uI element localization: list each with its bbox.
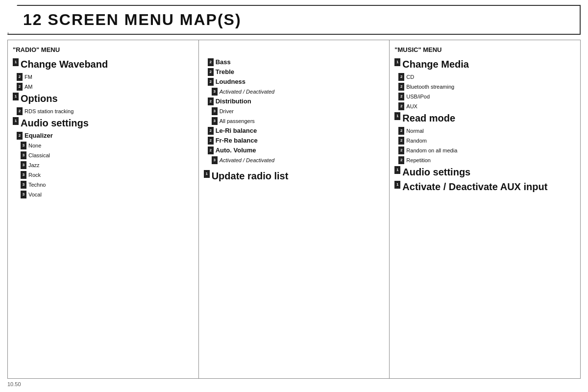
item-label: Techno: [28, 181, 46, 189]
level-badge: 2: [398, 147, 404, 154]
level-badge: 1: [394, 181, 400, 189]
menu-item: 1 Change Media: [394, 58, 575, 70]
level-badge: 2: [398, 156, 404, 164]
item-label: Activated / Deactivated: [220, 88, 275, 96]
menu-item: 2 AUX: [394, 102, 575, 110]
audio-header: [204, 46, 385, 53]
item-label: Classical: [28, 151, 50, 159]
radio-column: "RADIO" MENU 1 Change Waveband 2 FM 2 AM…: [8, 40, 199, 378]
item-label: FM: [24, 73, 32, 81]
item-label: AM: [24, 83, 33, 91]
page-footer: 10.50: [7, 379, 581, 387]
menu-item: 2 Random on all media: [394, 147, 575, 154]
level-badge: 2: [208, 137, 214, 145]
menu-item: 3 Rock: [13, 171, 194, 179]
level-badge: 3: [21, 171, 26, 179]
item-label: Le-Ri balance: [216, 127, 257, 135]
menu-item: 3 Vocal: [13, 191, 194, 198]
item-label: All passengers: [220, 117, 255, 125]
page-wrapper: 12 SCREEN MENU MAP(S) "RADIO" MENU 1 Cha…: [0, 0, 588, 392]
item-label: Rock: [28, 171, 41, 179]
menu-item: 2 Random: [394, 137, 575, 145]
item-label: Loudness: [216, 78, 245, 86]
item-label: Driver: [220, 107, 234, 115]
item-label: Change Waveband: [21, 58, 108, 70]
menu-item: 2 CD: [394, 73, 575, 81]
menu-item: 3 Activated / Deactivated: [204, 88, 385, 96]
item-label: Bass: [216, 58, 231, 66]
level-badge: 2: [398, 102, 404, 110]
item-label: Fr-Re balance: [216, 137, 258, 145]
menu-item: 1 Update radio list: [204, 170, 385, 182]
level-badge: 3: [21, 151, 26, 159]
level-badge: 2: [208, 78, 214, 86]
menu-item: 2 Repetition: [394, 156, 575, 164]
item-label: Change Media: [402, 58, 469, 70]
level-badge: 3: [212, 88, 218, 96]
level-badge: 3: [21, 181, 26, 189]
level-badge: 1: [13, 58, 19, 66]
item-label: CD: [406, 73, 414, 81]
item-label: Normal: [406, 127, 423, 135]
music-column: "MUSIC" MENU 1 Change Media 2 CD 2 Bluet…: [390, 40, 580, 378]
menu-item: 3 Jazz: [13, 161, 194, 169]
level-badge: 2: [17, 107, 23, 115]
menu-item: 3 Techno: [13, 181, 194, 189]
menu-item: 2 RDS station tracking: [13, 107, 194, 115]
level-badge: 2: [17, 83, 23, 91]
item-label: AUX: [406, 102, 417, 110]
menu-item: 2 Distribution: [204, 98, 385, 105]
level-badge: 2: [208, 58, 214, 66]
item-label: Audio settings: [21, 117, 89, 129]
menu-item: 2 FM: [13, 73, 194, 81]
menu-item: 1 Activate / Deactivate AUX input: [394, 181, 575, 193]
item-label: Distribution: [216, 98, 251, 105]
radio-header: "RADIO" MENU: [13, 46, 194, 53]
item-label: Treble: [216, 68, 234, 76]
level-badge: 1: [394, 112, 400, 120]
item-label: RDS station tracking: [24, 107, 74, 115]
item-label: Activate / Deactivate AUX input: [402, 181, 547, 193]
music-header: "MUSIC" MENU: [394, 46, 575, 53]
title-banner: 12 SCREEN MENU MAP(S): [7, 5, 581, 35]
level-badge: 2: [208, 68, 214, 76]
item-label: Auto. Volume: [216, 147, 256, 154]
item-label: None: [28, 142, 41, 149]
level-badge: 1: [394, 166, 400, 174]
level-badge: 3: [21, 161, 26, 169]
menu-item: 2 USB/iPod: [394, 93, 575, 100]
menu-item: 1 Audio settings: [394, 166, 575, 178]
menu-item: 3 Activated / Deactivated: [204, 156, 385, 164]
level-badge: 2: [398, 137, 404, 145]
item-label: Activated / Deactivated: [220, 156, 275, 164]
page-title: 12 SCREEN MENU MAP(S): [23, 11, 570, 29]
menu-item: 2 Normal: [394, 127, 575, 135]
item-label: Read mode: [402, 112, 455, 124]
item-label: Random on all media: [406, 147, 457, 154]
level-badge: 2: [208, 127, 214, 135]
menu-item: 1 Options: [13, 93, 194, 104]
level-badge: 3: [212, 107, 218, 115]
level-badge: 2: [398, 127, 404, 135]
item-label: Equalizer: [24, 132, 53, 140]
menu-item: 3 Driver: [204, 107, 385, 115]
item-label: Vocal: [28, 191, 42, 198]
menu-item: 2 Auto. Volume: [204, 147, 385, 154]
menu-item: 2 Equalizer: [13, 132, 194, 140]
content-area: "RADIO" MENU 1 Change Waveband 2 FM 2 AM…: [7, 40, 581, 379]
level-badge: 1: [204, 170, 210, 178]
menu-item: 2 Treble: [204, 68, 385, 76]
menu-item: 2 Le-Ri balance: [204, 127, 385, 135]
level-badge: 1: [13, 117, 19, 125]
level-badge: 2: [398, 93, 404, 100]
menu-item: 2 Bluetooth streaming: [394, 83, 575, 91]
item-label: Repetition: [406, 156, 431, 164]
menu-item: 1 Change Waveband: [13, 58, 194, 70]
audio-column: 2 Bass 2 Treble 2 Loudness 3 Activated /…: [199, 40, 390, 378]
item-label: Audio settings: [402, 166, 470, 178]
level-badge: 3: [212, 156, 218, 164]
item-label: Random: [406, 137, 427, 145]
level-badge: 2: [208, 98, 214, 105]
level-badge: 3: [21, 142, 26, 149]
menu-item: 3 Classical: [13, 151, 194, 159]
